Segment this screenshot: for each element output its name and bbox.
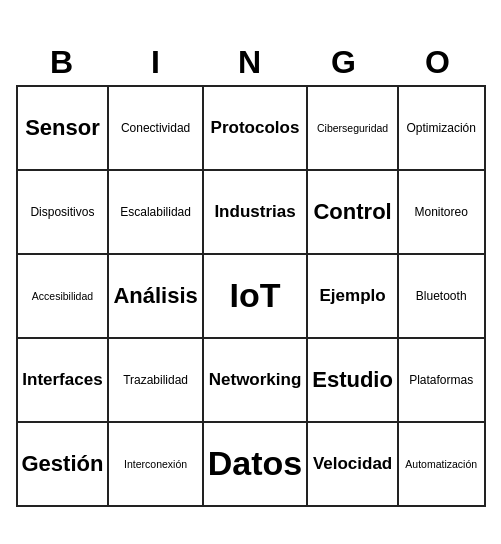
cell-label: Velocidad (313, 454, 392, 474)
bingo-cell: Sensor (18, 87, 110, 171)
cell-label: Trazabilidad (123, 373, 188, 387)
cell-label: Análisis (113, 283, 197, 309)
cell-label: Gestión (22, 451, 104, 477)
bingo-cell: Accesibilidad (18, 255, 110, 339)
cell-label: Datos (208, 444, 302, 483)
cell-label: Networking (209, 370, 302, 390)
bingo-cell: IoT (204, 255, 308, 339)
bingo-cell: Análisis (109, 255, 203, 339)
bingo-cell: Velocidad (308, 423, 399, 507)
bingo-cell: Control (308, 171, 399, 255)
cell-label: Protocolos (211, 118, 300, 138)
cell-label: Industrias (214, 202, 295, 222)
bingo-card: BINGO SensorConectividadProtocolosCibers… (16, 38, 486, 507)
bingo-cell: Plataformas (399, 339, 486, 423)
cell-label: IoT (230, 276, 281, 315)
bingo-cell: Estudio (308, 339, 399, 423)
header-letter: I (110, 38, 204, 85)
header-letter: O (392, 38, 486, 85)
bingo-cell: Bluetooth (399, 255, 486, 339)
bingo-cell: Interfaces (18, 339, 110, 423)
bingo-cell: Trazabilidad (109, 339, 203, 423)
header-letter: G (298, 38, 392, 85)
cell-label: Ejemplo (320, 286, 386, 306)
cell-label: Accesibilidad (32, 290, 93, 302)
bingo-cell: Industrias (204, 171, 308, 255)
header-letter: B (16, 38, 110, 85)
cell-label: Bluetooth (416, 289, 467, 303)
cell-label: Automatización (405, 458, 477, 470)
bingo-cell: Datos (204, 423, 308, 507)
bingo-cell: Interconexión (109, 423, 203, 507)
bingo-cell: Dispositivos (18, 171, 110, 255)
header-letter: N (204, 38, 298, 85)
cell-label: Ciberseguridad (317, 122, 388, 134)
bingo-cell: Automatización (399, 423, 486, 507)
bingo-cell: Conectividad (109, 87, 203, 171)
cell-label: Interfaces (22, 370, 102, 390)
cell-label: Sensor (25, 115, 100, 141)
bingo-header: BINGO (16, 38, 486, 85)
bingo-cell: Ejemplo (308, 255, 399, 339)
bingo-cell: Ciberseguridad (308, 87, 399, 171)
bingo-cell: Escalabilidad (109, 171, 203, 255)
bingo-cell: Monitoreo (399, 171, 486, 255)
bingo-cell: Protocolos (204, 87, 308, 171)
bingo-cell: Optimización (399, 87, 486, 171)
cell-label: Interconexión (124, 458, 187, 470)
cell-label: Escalabilidad (120, 205, 191, 219)
cell-label: Control (313, 199, 391, 225)
bingo-grid: SensorConectividadProtocolosCibersegurid… (16, 85, 486, 507)
cell-label: Conectividad (121, 121, 190, 135)
cell-label: Monitoreo (415, 205, 468, 219)
bingo-cell: Gestión (18, 423, 110, 507)
cell-label: Estudio (312, 367, 393, 393)
cell-label: Dispositivos (30, 205, 94, 219)
cell-label: Optimización (407, 121, 476, 135)
cell-label: Plataformas (409, 373, 473, 387)
bingo-cell: Networking (204, 339, 308, 423)
